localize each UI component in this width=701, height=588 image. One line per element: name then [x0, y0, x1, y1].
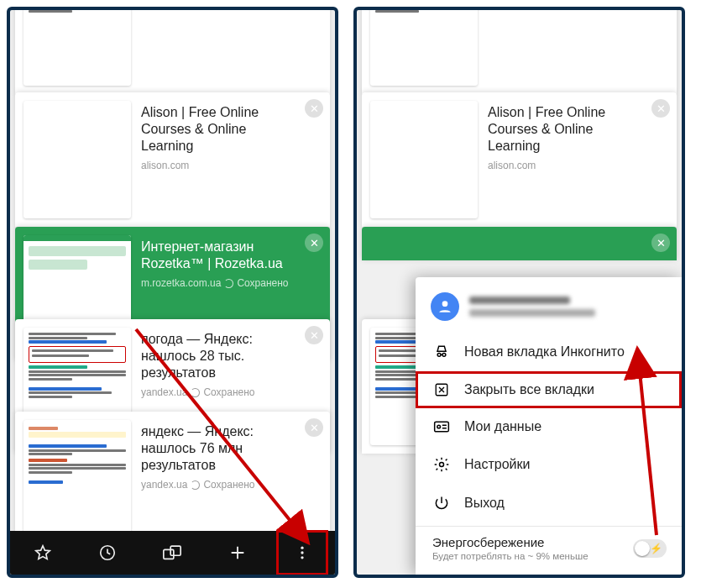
svg-point-4 [301, 551, 304, 554]
menu-item-incognito[interactable]: Новая вкладка Инкогнито [416, 333, 682, 371]
tab-title: Alison | Free Online Courses & Online Le… [488, 104, 648, 155]
menu-item-label: Настройки [464, 457, 530, 472]
menu-item-exit[interactable]: Выход [416, 484, 682, 522]
tab-card[interactable]: 2 млн результатов yandex.ua Сохранено ✕ [15, 7, 330, 94]
close-tab-button[interactable]: ✕ [305, 99, 323, 118]
close-tab-button[interactable]: ✕ [651, 234, 670, 252]
svg-point-9 [442, 353, 446, 356]
svg-point-13 [440, 463, 444, 467]
menu-item-label: Закрыть все вкладки [464, 382, 594, 397]
menu-item-settings[interactable]: Настройки [416, 445, 682, 484]
tab-title: Интернет-магазин Rozetka™ | Rozetka.ua [141, 239, 301, 272]
menu-item-label: Выход [464, 496, 505, 511]
incognito-icon [432, 344, 451, 360]
tab-thumbnail [24, 101, 131, 218]
reload-icon [191, 388, 200, 397]
svg-rect-1 [164, 549, 174, 559]
tab-domain: yandex.ua [141, 479, 187, 491]
menu-energy-saving[interactable]: Энергосбережение Будет потреблять на ~ 9… [416, 526, 682, 570]
svg-point-3 [301, 547, 304, 549]
close-tab-button[interactable]: ✕ [305, 418, 323, 437]
bolt-icon: ⚡ [650, 543, 662, 554]
svg-point-5 [301, 556, 304, 559]
tab-domain: alison.com [488, 160, 536, 171]
tab-card[interactable]: Alison | Free Online Courses & Online Le… [362, 92, 677, 227]
energy-toggle[interactable]: ⚡ [633, 539, 667, 558]
menu-item-close-all-tabs[interactable]: Закрыть все вкладки [416, 371, 682, 408]
svg-point-7 [442, 301, 448, 307]
phone-right: 2 млн результатов yandex.ua Сохранено ✕ … [353, 7, 685, 578]
overflow-menu-panel: Новая вкладка Инкогнито Закрыть все вкла… [416, 277, 682, 575]
tab-title: погода — Яндекс: нашлось 28 тыс. результ… [141, 331, 301, 381]
history-button[interactable] [82, 531, 133, 575]
tab-title: яндекс — Яндекс: нашлось 76 млн результа… [141, 423, 301, 474]
tab-thumbnail [24, 7, 131, 86]
close-tab-button[interactable]: ✕ [651, 99, 670, 118]
user-info-blurred [469, 297, 595, 317]
bottom-toolbar [10, 531, 335, 575]
tab-thumbnail [24, 420, 131, 538]
tab-domain: alison.com [141, 160, 189, 171]
menu-item-label: Мои данные [464, 419, 541, 434]
close-tab-button[interactable]: ✕ [305, 234, 323, 252]
saved-label: Сохранено [203, 386, 254, 398]
close-box-icon [432, 382, 451, 397]
saved-label: Сохранено [203, 479, 254, 491]
energy-sublabel: Будет потреблять на ~ 9% меньше [432, 551, 589, 561]
menu-user-row[interactable] [416, 287, 682, 333]
svg-rect-2 [171, 546, 181, 555]
new-tab-button[interactable] [212, 531, 263, 575]
tab-card[interactable]: яндекс — Яндекс: нашлось 76 млн результа… [15, 412, 330, 546]
bookmark-button[interactable] [18, 531, 68, 575]
tab-card-active[interactable]: ✕ [362, 227, 677, 260]
svg-point-12 [437, 425, 441, 428]
tabs-button[interactable] [147, 531, 197, 575]
saved-label: Сохранено [237, 277, 288, 289]
tab-domain: m.rozetka.com.ua [141, 277, 221, 289]
tabs-switcher[interactable]: 2 млн результатов yandex.ua Сохранено ✕ … [10, 10, 335, 575]
close-tab-button[interactable]: ✕ [305, 326, 323, 344]
tab-card[interactable]: 2 млн результатов yandex.ua Сохранено ✕ [362, 7, 677, 94]
tab-thumbnail [370, 101, 478, 218]
tab-card[interactable]: Alison | Free Online Courses & Online Le… [15, 92, 330, 227]
menu-item-my-data[interactable]: Мои данные [416, 408, 682, 445]
menu-button[interactable] [277, 531, 327, 575]
tab-domain: yandex.ua [141, 386, 187, 398]
reload-icon [224, 279, 233, 288]
tab-title: Alison | Free Online Courses & Online Le… [141, 104, 301, 155]
gear-icon [432, 456, 451, 473]
power-icon [432, 495, 451, 512]
id-card-icon [432, 419, 451, 434]
svg-point-8 [437, 353, 441, 356]
energy-label: Энергосбережение [432, 535, 589, 549]
tabs-switcher[interactable]: 2 млн результатов yandex.ua Сохранено ✕ … [357, 10, 682, 575]
tab-thumbnail [370, 7, 478, 86]
menu-item-label: Новая вкладка Инкогнито [464, 344, 625, 360]
user-avatar-icon [431, 292, 459, 321]
reload-icon [191, 480, 200, 490]
phone-left: 2 млн результатов yandex.ua Сохранено ✕ … [7, 7, 338, 578]
